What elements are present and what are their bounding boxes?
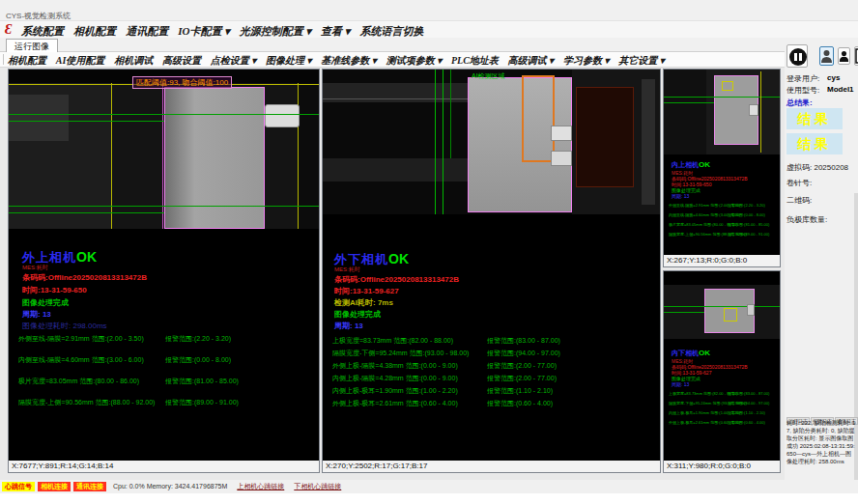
measurement-row: 内侧上极-极耳=1.90mm 范围:(1.00 - 2.20)报警范围:(1.1… — [323, 386, 660, 396]
log-text: 耗时: 222, 缺陷检测耗时: 17, 缺陷分类耗时: 0, 缺陷提取分区耗时… — [786, 419, 856, 465]
tool-advanced-settings[interactable]: 高级设置 — [162, 54, 201, 68]
pixel-coords-readout: X:270;Y:2502;R:17;G:17;B:17 — [323, 461, 660, 472]
scene-tab-feature — [749, 104, 758, 116]
pixel-coords-readout: X:267;Y:13;R:0;G:0;B:0 — [664, 255, 780, 266]
ai-time-line: 检测AI耗时: 7ms — [334, 297, 393, 308]
menu-camera-config[interactable]: 相机配置 — [73, 24, 116, 39]
app-window: CYS-视觉检测系统 Ɛ 系统配置 相机配置 通讯配置 IO卡配置 ▾ 光源控制… — [0, 0, 858, 504]
heartbeat-status-badge: 心跳信号 — [2, 482, 35, 491]
toolbar-divider — [3, 54, 4, 65]
status-ok: OK — [699, 160, 710, 169]
pause-button[interactable] — [786, 44, 808, 68]
barcode-line: 条码码:Offline2025020813313472B — [334, 274, 459, 285]
menu-system-config[interactable]: 系统配置 — [21, 24, 64, 39]
tool-camera-debug[interactable]: 相机调试 — [114, 54, 153, 68]
overlay-rect-yellow — [722, 81, 733, 91]
tool-advanced-debug[interactable]: 高级调试 ▾ — [508, 54, 555, 68]
menu-language-switch[interactable]: 系统语言切换 — [359, 24, 423, 39]
overlay-line-magenta — [162, 83, 163, 229]
tool-image-processing[interactable]: 图像处理 ▾ — [266, 54, 312, 68]
measurement-row: 内侧上极-隔膜=4.28mm 范围:(0.00 - 9.00)报警范围:(2.0… — [323, 374, 660, 383]
user-button[interactable] — [819, 46, 834, 66]
overlay-line-green — [443, 70, 443, 214]
measurement-row: 极片宽度=83.05mm 范围:(80.00 - 86.00)报警范围:(81.… — [9, 377, 319, 386]
login-user-value: cys — [827, 73, 840, 82]
tool-test-params[interactable]: 测试项参数 ▾ — [386, 54, 443, 68]
lower-camera-heartbeat-link[interactable]: 下相机心跳链接 — [294, 480, 341, 493]
time-line: 时间:13-31-59-650 — [22, 285, 87, 295]
left-camera-panel: 匹配阈值:93, 吻合阈值:100 外上相机OK MES:耗时 条码码:Offl… — [8, 69, 320, 473]
tool-learning-params[interactable]: 学习参数 ▾ — [563, 54, 610, 68]
match-threshold-label: 匹配阈值:93, 吻合阈值:100 — [132, 76, 232, 89]
menu-light-config[interactable]: 光源控制配置 ▾ — [240, 24, 311, 39]
measurement-row: 隔膜宽度-上侧=90.56mm 范围:(88.00 - 92.00)报警范围:(… — [9, 398, 319, 407]
scene-machinery — [323, 158, 468, 182]
overlay-line-green — [664, 306, 780, 307]
tool-other-settings[interactable]: 其它设置 ▾ — [618, 54, 665, 68]
overlay-line-green — [9, 212, 164, 213]
status-bar: 心跳信号相机连接通讯连接Cpu: 0.0% Memory: 3424.41796… — [0, 480, 858, 493]
overlay-line-green — [9, 114, 319, 115]
virtual-code-label: 虚拟码: 20250208 — [786, 162, 848, 173]
title-bar: CYS-视觉检测系统 — [0, 0, 858, 21]
control-panel: 登录用户: cys 使用型号: Model1 总结果: 结果 结果 虚拟码: 2… — [785, 39, 858, 480]
scene-cell — [468, 77, 572, 212]
toolbar: 相机配置 AI使用配置 相机调试 高级设置 点检设置 ▾ 图像处理 ▾ 基准线参… — [0, 52, 858, 68]
pin-number-label: 卷针号: — [786, 178, 812, 188]
measurement-row: 隔膜宽度-下侧=95.24mm 范围:(93.00 - 98.00)报警范围:(… — [323, 349, 660, 358]
camera-title: 内下相机OK — [672, 349, 710, 358]
process-done-line: 图像处理完成 — [334, 309, 381, 320]
user-dark-button[interactable] — [838, 47, 850, 65]
menu-comm-config[interactable]: 通讯配置 — [126, 24, 168, 39]
upper-camera-heartbeat-link[interactable]: 上相机心跳链接 — [237, 480, 284, 493]
scene-machinery — [9, 95, 69, 141]
model-value: Model1 — [827, 85, 854, 94]
menu-io-config[interactable]: IO卡配置 ▾ — [178, 24, 230, 39]
elapsed-line: 图像处理耗时: 298.00ms — [22, 321, 107, 331]
overlay-line-green — [664, 102, 714, 103]
status-ok: OK — [76, 249, 97, 265]
tool-baseline-params[interactable]: 基准线参数 ▾ — [321, 54, 377, 68]
process-done-line: 图像处理完成 — [22, 297, 69, 308]
ai-region-label: AI检测区域 — [472, 71, 505, 81]
measurement-row: 外侧上极-隔膜=4.38mm 范围:(0.00 - 9.00)报警范围:(2.0… — [323, 361, 660, 371]
exit-button[interactable] — [854, 46, 858, 66]
stock-count-label: 负极库数量: — [786, 214, 827, 225]
cpu-memory-readout: Cpu: 0.0% Memory: 3424.41796875M — [113, 480, 227, 493]
camera-title: 内上相机OK — [672, 160, 710, 170]
login-user-label: 登录用户: — [786, 73, 819, 84]
scene-machinery — [664, 70, 706, 154]
scene-tab-feature — [551, 126, 572, 141]
model-label: 使用型号: — [786, 85, 819, 96]
tab-strip: 运行图像 — [0, 38, 858, 52]
total-result-label: 总结果: — [786, 98, 813, 108]
center-camera-image[interactable]: AI检测区域 — [323, 70, 660, 214]
app-logo-icon: Ɛ — [5, 22, 12, 38]
tool-ai-usage-config[interactable]: AI使用配置 — [56, 54, 105, 68]
mes-line: MES:耗时 — [22, 264, 48, 272]
window-title: CYS-视觉检测系统 — [6, 11, 71, 21]
small-camera-image-2[interactable] — [664, 285, 780, 339]
pixel-coords-readout: X:7677;Y:891;R:14;G:14;B:14 — [9, 461, 319, 472]
tool-spot-check[interactable]: 点检设置 ▾ — [211, 54, 257, 68]
left-camera-image[interactable]: 匹配阈值:93, 吻合阈值:100 — [9, 70, 319, 229]
camera-connection-badge: 相机连接 — [38, 482, 71, 491]
result-box-1: 结果 — [786, 108, 843, 129]
measurement-row: 外侧上极-极耳=2.61mm 范围:(0.60 - 4.00)报警范围:(0.6… — [323, 399, 660, 408]
comm-connection-badge: 通讯连接 — [73, 482, 106, 491]
overlay-rect-orange — [522, 75, 555, 162]
tool-camera-config[interactable]: 相机配置 — [8, 54, 46, 68]
overlay-line-yellow — [111, 83, 112, 229]
overlay-line-green — [9, 206, 319, 207]
user-dark-icon — [839, 49, 849, 63]
tab-run-image[interactable]: 运行图像 — [6, 39, 58, 52]
measurement-row: 上极宽度=83.73mm 范围:(82.00 - 88.00)报警范围:(83.… — [323, 336, 660, 346]
scene-cell — [164, 87, 265, 229]
small-camera-image-1[interactable] — [664, 70, 780, 154]
center-camera-panel: AI检测区域 外下相机OK MES:耗时 条码码:Offline20250208… — [322, 69, 661, 473]
menu-view[interactable]: 查看 ▾ — [321, 24, 350, 39]
scene-connector — [265, 104, 300, 127]
overlay-line-green — [450, 70, 451, 158]
tool-plc-address[interactable]: PLC地址表 — [451, 54, 499, 68]
pixel-coords-readout: X:311;Y:980;R:0;G:0;B:0 — [664, 461, 780, 472]
